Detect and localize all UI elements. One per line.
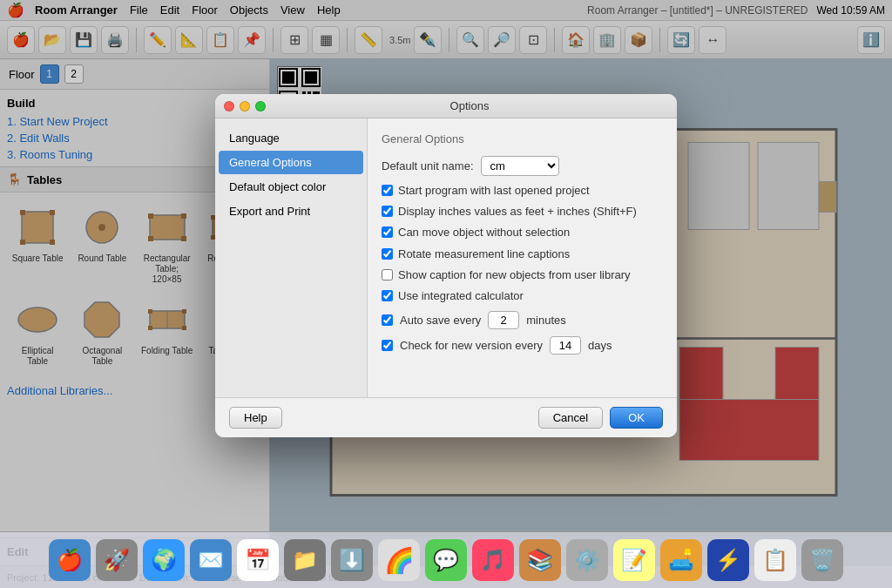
- nav-general-options[interactable]: General Options: [219, 151, 363, 174]
- dialog-body: Language General Options Default object …: [215, 118, 677, 397]
- check-version-checkbox[interactable]: [382, 340, 393, 351]
- cb-last-project-label: Start program with last opened project: [398, 183, 590, 199]
- dock-books[interactable]: 📚: [519, 539, 561, 581]
- nav-language[interactable]: Language: [219, 126, 363, 150]
- dock-safari[interactable]: 🌍: [143, 539, 185, 581]
- dialog-footer-right: Cancel OK: [538, 407, 663, 429]
- cb-row-6: Use integrated calculator: [382, 288, 663, 304]
- ok-button[interactable]: OK: [610, 407, 663, 429]
- dock-launchpad[interactable]: 🚀: [96, 539, 138, 581]
- options-dialog: Options Language General Options Default…: [215, 94, 677, 437]
- dialog-sidebar: Language General Options Default object …: [215, 118, 368, 397]
- cb-row-1: Start program with last opened project: [382, 183, 663, 199]
- dialog-maximize-button[interactable]: [255, 101, 266, 112]
- dock-clipboard[interactable]: 📋: [754, 539, 796, 581]
- cb-row-4: Rotate measurement line captions: [382, 247, 663, 262]
- cb-move-without-selection-label: Can move object without selection: [398, 225, 570, 240]
- dialog-title: Options: [271, 99, 668, 112]
- cancel-button[interactable]: Cancel: [538, 407, 603, 429]
- dock-download[interactable]: ⬇️: [331, 539, 373, 581]
- default-unit-label: Default unit name:: [382, 159, 474, 172]
- auto-save-input[interactable]: [488, 311, 519, 329]
- cb-display-inches-label: Display inches values as feet + inches (…: [398, 204, 637, 220]
- dock-messages[interactable]: 💬: [425, 539, 467, 581]
- cb-row-2: Display inches values as feet + inches (…: [382, 204, 663, 220]
- dock: 🍎 🚀 🌍 ✉️ 📅 📁 ⬇️ 🌈 💬 🎵 📚 ⚙️ 📝 🛋️ ⚡ 📋 🗑️: [0, 531, 892, 588]
- dialog-footer: Help Cancel OK: [215, 397, 677, 437]
- dock-flux[interactable]: ⚡: [707, 539, 749, 581]
- dock-settings[interactable]: ⚙️: [566, 539, 608, 581]
- dialog-content: General Options Default unit name: cm m …: [368, 118, 677, 397]
- cb-row-5: Show caption for new objects from user l…: [382, 267, 663, 283]
- nav-export-print[interactable]: Export and Print: [219, 199, 363, 223]
- cb-integrated-calculator[interactable]: [382, 290, 393, 301]
- cb-integrated-calculator-label: Use integrated calculator: [398, 288, 524, 304]
- dialog-section-title: General Options: [382, 132, 663, 145]
- cb-display-inches[interactable]: [382, 206, 393, 217]
- cb-rotate-measurement[interactable]: [382, 248, 393, 260]
- auto-save-checkbox[interactable]: [382, 314, 393, 326]
- dock-notes[interactable]: 📝: [613, 539, 655, 581]
- dialog-overlay: Options Language General Options Default…: [0, 0, 892, 531]
- check-version-row: Check for new version every days: [382, 336, 663, 355]
- cb-show-caption[interactable]: [382, 269, 393, 280]
- check-version-label: Check for new version every: [400, 339, 543, 352]
- nav-default-color[interactable]: Default object color: [219, 175, 363, 199]
- dialog-titlebar: Options: [215, 94, 677, 118]
- unit-select[interactable]: cm m ft in: [481, 156, 559, 176]
- dialog-close-button[interactable]: [224, 101, 234, 112]
- dock-mail[interactable]: ✉️: [190, 539, 232, 581]
- help-button[interactable]: Help: [229, 407, 282, 429]
- dock-files[interactable]: 📁: [284, 539, 326, 581]
- check-version-input[interactable]: [550, 336, 581, 355]
- dock-itunes[interactable]: 🎵: [472, 539, 514, 581]
- default-unit-row: Default unit name: cm m ft in: [382, 156, 663, 176]
- auto-save-unit-label: minutes: [526, 314, 566, 327]
- dock-photos[interactable]: 🌈: [378, 539, 420, 581]
- cb-show-caption-label: Show caption for new objects from user l…: [398, 267, 631, 283]
- auto-save-label: Auto save every: [400, 314, 481, 327]
- dock-finder[interactable]: 🍎: [49, 539, 91, 581]
- dock-trash[interactable]: 🗑️: [801, 539, 843, 581]
- dialog-minimize-button[interactable]: [240, 101, 250, 112]
- cb-row-3: Can move object without selection: [382, 225, 663, 240]
- check-version-unit-label: days: [588, 339, 612, 352]
- cb-move-without-selection[interactable]: [382, 226, 393, 238]
- cb-last-project[interactable]: [382, 185, 393, 196]
- dock-calendar[interactable]: 📅: [237, 539, 279, 581]
- auto-save-row: Auto save every minutes: [382, 311, 663, 329]
- dock-room-arranger[interactable]: 🛋️: [660, 539, 702, 581]
- cb-rotate-measurement-label: Rotate measurement line captions: [398, 247, 570, 262]
